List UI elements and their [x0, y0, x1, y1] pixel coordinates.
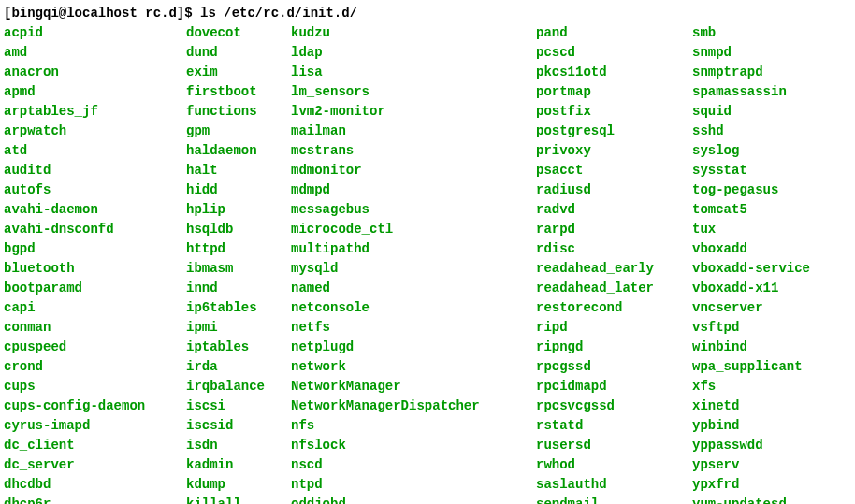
file-entry: crond: [4, 357, 186, 377]
file-entry: portmap: [536, 82, 692, 102]
file-entry: irqbalance: [186, 377, 291, 396]
file-entry: tux: [692, 220, 810, 239]
file-entry: pcscd: [536, 43, 692, 63]
file-entry: syslog: [692, 141, 810, 161]
file-entry: vncserver: [692, 298, 810, 318]
file-entry: apmd: [4, 82, 186, 102]
file-entry: lm_sensors: [291, 82, 536, 102]
file-entry: network: [291, 357, 536, 377]
file-entry: cyrus-imapd: [4, 416, 186, 436]
file-entry: named: [291, 279, 536, 298]
file-entry: wpa_supplicant: [692, 357, 810, 377]
file-entry: hsqldb: [186, 220, 291, 239]
file-entry: ldap: [291, 43, 536, 63]
file-entry: httpd: [186, 239, 291, 259]
file-entry: gpm: [186, 122, 291, 141]
file-entry: oddjobd: [291, 495, 536, 504]
file-entry: bootparamd: [4, 279, 186, 298]
file-entry: rdisc: [536, 239, 692, 259]
file-entry: rpcidmapd: [536, 377, 692, 396]
file-entry: hplip: [186, 200, 291, 220]
file-entry: cpuspeed: [4, 338, 186, 357]
file-entry: nfslock: [291, 436, 536, 455]
column-4: pandpcscdpkcs11otdportmappostfixpostgres…: [536, 23, 692, 504]
file-entry: netfs: [291, 318, 536, 338]
file-entry: spamassassin: [692, 82, 810, 102]
file-entry: xfs: [692, 377, 810, 396]
file-entry: snmptrapd: [692, 63, 810, 82]
file-entry: pkcs11otd: [536, 63, 692, 82]
file-entry: mysqld: [291, 259, 536, 279]
file-entry: kudzu: [291, 23, 536, 43]
file-entry: NetworkManagerDispatcher: [291, 396, 536, 416]
file-entry: haldaemon: [186, 141, 291, 161]
file-entry: ripd: [536, 318, 692, 338]
file-entry: nscd: [291, 455, 536, 475]
file-entry: saslauthd: [536, 475, 692, 495]
file-entry: dc_server: [4, 455, 186, 475]
file-entry: iptables: [186, 338, 291, 357]
file-entry: privoxy: [536, 141, 692, 161]
file-entry: dhcp6r: [4, 495, 186, 504]
file-entry: rstatd: [536, 416, 692, 436]
file-entry: auditd: [4, 161, 186, 180]
file-entry: sysstat: [692, 161, 810, 180]
file-entry: arpwatch: [4, 122, 186, 141]
file-entry: vsftpd: [692, 318, 810, 338]
file-entry: avahi-dnsconfd: [4, 220, 186, 239]
file-entry: dc_client: [4, 436, 186, 455]
file-entry: ipmi: [186, 318, 291, 338]
file-entry: rwhod: [536, 455, 692, 475]
file-entry: capi: [4, 298, 186, 318]
file-entry: kadmin: [186, 455, 291, 475]
file-entry: bgpd: [4, 239, 186, 259]
directory-listing: acpidamdanacronapmdarptables_jfarpwatcha…: [4, 23, 851, 504]
file-entry: winbind: [692, 338, 810, 357]
file-entry: ypserv: [692, 455, 810, 475]
file-entry: ntpd: [291, 475, 536, 495]
file-entry: functions: [186, 102, 291, 122]
file-entry: irda: [186, 357, 291, 377]
file-entry: lvm2-monitor: [291, 102, 536, 122]
file-entry: isdn: [186, 436, 291, 455]
file-entry: hidd: [186, 180, 291, 200]
file-entry: ypbind: [692, 416, 810, 436]
file-entry: readahead_early: [536, 259, 692, 279]
file-entry: psacct: [536, 161, 692, 180]
file-entry: netconsole: [291, 298, 536, 318]
file-entry: nfs: [291, 416, 536, 436]
file-entry: squid: [692, 102, 810, 122]
file-entry: sendmail: [536, 495, 692, 504]
file-entry: arptables_jf: [4, 102, 186, 122]
file-entry: lisa: [291, 63, 536, 82]
file-entry: vboxadd: [692, 239, 810, 259]
file-entry: yppasswdd: [692, 436, 810, 455]
file-entry: bluetooth: [4, 259, 186, 279]
file-entry: iscsid: [186, 416, 291, 436]
file-entry: dovecot: [186, 23, 291, 43]
file-entry: dund: [186, 43, 291, 63]
shell-prompt: [bingqi@localhost rc.d]$ ls /etc/rc.d/in…: [4, 4, 851, 23]
file-entry: mailman: [291, 122, 536, 141]
file-entry: netplugd: [291, 338, 536, 357]
file-entry: rarpd: [536, 220, 692, 239]
file-entry: innd: [186, 279, 291, 298]
file-entry: rpcsvcgssd: [536, 396, 692, 416]
column-2: dovecotdundeximfirstbootfunctionsgpmhald…: [186, 23, 291, 504]
file-entry: autofs: [4, 180, 186, 200]
file-entry: smb: [692, 23, 810, 43]
file-entry: amd: [4, 43, 186, 63]
file-entry: mdmonitor: [291, 161, 536, 180]
file-entry: tog-pegasus: [692, 180, 810, 200]
file-entry: microcode_ctl: [291, 220, 536, 239]
file-entry: mdmpd: [291, 180, 536, 200]
file-entry: atd: [4, 141, 186, 161]
file-entry: halt: [186, 161, 291, 180]
file-entry: vboxadd-x11: [692, 279, 810, 298]
file-entry: ripngd: [536, 338, 692, 357]
file-entry: postfix: [536, 102, 692, 122]
column-1: acpidamdanacronapmdarptables_jfarpwatcha…: [4, 23, 186, 504]
file-entry: kdump: [186, 475, 291, 495]
file-entry: postgresql: [536, 122, 692, 141]
file-entry: iscsi: [186, 396, 291, 416]
